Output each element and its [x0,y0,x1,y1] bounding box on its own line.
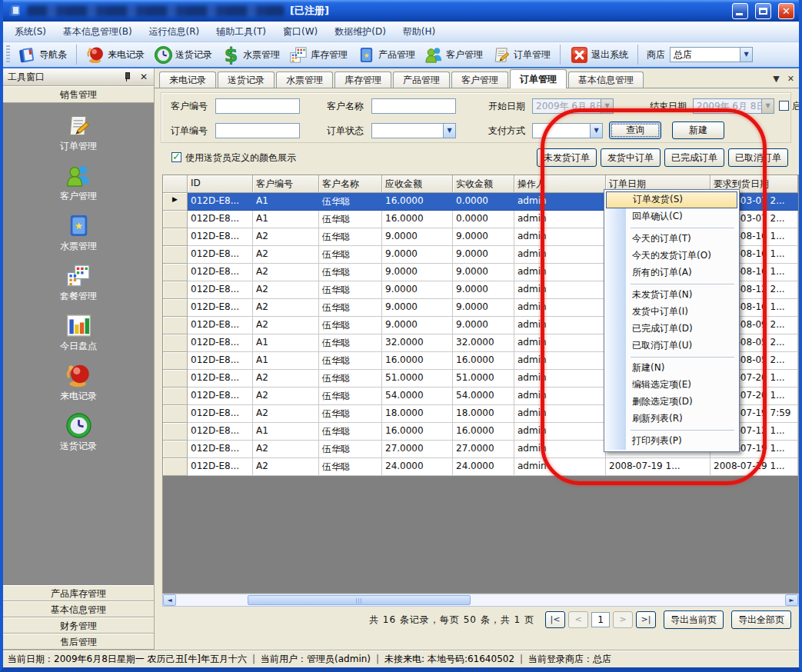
toolbar-button-bell[interactable]: 来电记录 [82,44,148,66]
cell-customer_no: A2 [253,299,319,317]
menu-item-4[interactable]: 窗口(W) [275,22,326,42]
context-menu-item-1[interactable]: 回单确认(C) [606,208,737,225]
sidebar-item-bell[interactable]: 来电记录 [60,362,97,403]
sidebar-section-sales[interactable]: 销售管理 [3,86,154,103]
tab-7[interactable]: 基本信息管理 [568,72,644,88]
sidebar-item-people[interactable]: 客户管理 [60,162,97,203]
last-page-button[interactable]: >| [636,611,656,628]
context-menu-item-9[interactable]: 已完成订单(D) [606,321,737,338]
menu-item-1[interactable]: 基本信息管理(B) [55,22,141,42]
tab-5[interactable]: 客户管理 [451,72,508,88]
tab-2[interactable]: 水票管理 [276,72,333,88]
enable-checkbox[interactable] [779,101,789,111]
pin-icon[interactable] [123,72,131,82]
toolbar-button-blue-book[interactable]: ★产品管理 [353,44,419,66]
menu-item-2[interactable]: 运行信息(R) [141,22,208,42]
tool-window-close-icon[interactable]: ✕ [138,72,149,82]
context-menu-item-10[interactable]: 已取消订单(U) [606,338,737,354]
context-menu-item-15[interactable]: 刷新列表(R) [606,411,737,427]
status-filter-button-1[interactable]: 发货中订单 [601,148,661,167]
horizontal-scrollbar[interactable]: ◄ ► [162,594,799,607]
tab-4[interactable]: 产品管理 [393,72,450,88]
sidebar-section-2[interactable]: 财务管理 [3,617,154,634]
cell-id: 012D-E8... [188,334,253,352]
chevron-down-icon: ▼ [761,99,774,113]
table-row[interactable]: 012D-E8...A2伍华聪24.000024.0000admin2008-0… [163,458,798,476]
customer-name-input[interactable] [371,98,456,114]
menu-item-5[interactable]: 数据维护(D) [326,22,394,42]
status-segment-1: 当前用户：管理员(admin) [261,653,371,666]
toolbar-button-people[interactable]: 客户管理 [421,44,487,66]
order-status-label: 订单状态 [327,123,364,138]
menu-item-0[interactable]: 系统(S) [6,22,55,42]
column-header-1[interactable]: 客户编号 [253,175,319,193]
column-header-4[interactable]: 实收金额 [453,175,514,193]
maximize-button[interactable] [755,3,771,19]
toolbar-button-clock[interactable]: 送货记录 [150,44,216,66]
context-menu-item-17[interactable]: 打印列表(P) [606,433,737,450]
scrollbar-thumb[interactable] [248,595,471,605]
customer-no-input[interactable] [215,98,300,114]
sidebar-item-bar-chart[interactable]: 今日盘点 [60,312,97,353]
start-date-picker[interactable]: 2009年 6月 8日 ▼ [532,98,614,114]
toolbar-button-calendar-grid[interactable]: 库存管理 [285,44,351,66]
tab-close-icon[interactable]: ✕ [787,74,794,84]
status-filter-button-2[interactable]: 已完成订单 [664,148,724,167]
tab-1[interactable]: 送货记录 [218,72,275,88]
column-header-2[interactable]: 客户名称 [319,175,382,193]
context-menu-item-13[interactable]: 编辑选定项(E) [606,377,737,394]
sidebar-item-calendar-grid[interactable]: 套餐管理 [60,262,97,303]
column-header-5[interactable]: 操作人 [514,175,606,193]
end-date-picker[interactable]: 2009年 6月 8日 ▼ [693,98,774,114]
book-navigator-icon [18,45,37,65]
next-page-button[interactable]: > [613,611,633,628]
status-filter-button-3[interactable]: 已取消订单 [728,148,788,167]
toolbar-button-dollar[interactable]: $水票管理 [218,44,284,66]
context-menu-item-4[interactable]: 今天的发货订单(O) [606,248,737,264]
context-menu-item-14[interactable]: 删除选定项(D) [606,394,737,411]
query-button[interactable]: 查询 [609,121,661,139]
context-menu-item-5[interactable]: 所有的订单(A) [606,264,737,281]
tab-0[interactable]: 来电记录 [159,72,216,88]
page-number-input[interactable] [591,612,610,627]
context-menu-item-0[interactable]: 订单发货(S) [606,191,737,208]
toolbar-button-exit[interactable]: 退出系统 [566,44,632,66]
sidebar-section-0[interactable]: 产品库存管理 [3,585,154,601]
sidebar-section-3[interactable]: 售后管理 [3,634,154,650]
menu-item-3[interactable]: 辅助工具(T) [208,22,275,42]
order-no-input[interactable] [215,123,300,138]
sidebar-item-clock[interactable]: 送货记录 [60,412,97,453]
new-button[interactable]: 新建 [672,121,724,139]
export-all-pages-button[interactable]: 导出全部页 [731,610,791,629]
shop-select[interactable]: 总店▼ [670,47,753,62]
tab-6[interactable]: 订单管理 [510,69,567,88]
column-header-3[interactable]: 应收金额 [382,175,453,193]
sidebar-item-blue-book[interactable]: ★水票管理 [60,212,97,253]
cell-receivable: 16.0000 [382,423,453,441]
tab-overflow-icon[interactable]: ▼ [773,74,779,84]
first-page-button[interactable]: |< [545,611,565,628]
cell-received: 27.0000 [453,441,514,458]
sidebar-section-1[interactable]: 基本信息管理 [3,601,154,617]
cell-operator: admin [514,211,606,228]
status-filter-button-0[interactable]: 未发货订单 [537,148,597,167]
menu-item-6[interactable]: 帮助(H) [394,22,444,42]
context-menu-item-8[interactable]: 发货中订单(I) [606,304,737,321]
order-status-select[interactable]: ▼ [371,123,456,138]
export-current-page-button[interactable]: 导出当前页 [664,610,724,629]
close-button[interactable]: ✕ [778,3,794,19]
sidebar-items: 订单管理客户管理★水票管理套餐管理今日盘点来电记录送货记录 [3,103,154,585]
context-menu-item-7[interactable]: 未发货订单(N) [606,287,737,304]
context-menu-item-3[interactable]: 今天的订单(T) [606,231,737,248]
scroll-left-icon[interactable]: ◄ [163,594,176,606]
minimize-button[interactable] [732,3,748,19]
scroll-right-icon[interactable]: ► [785,594,798,606]
column-header-0[interactable]: ID [188,175,253,193]
sidebar-item-scroll-pen[interactable]: 订单管理 [60,112,97,153]
toolbar-button-book-navigator[interactable]: 导航条 [14,44,71,66]
pay-method-select[interactable]: ▼ [532,123,603,138]
tab-3[interactable]: 库存管理 [334,72,391,88]
toolbar-button-scroll-pen[interactable]: 订单管理 [488,44,554,66]
prev-page-button[interactable]: < [568,611,588,628]
context-menu-item-12[interactable]: 新建(N) [606,360,737,377]
